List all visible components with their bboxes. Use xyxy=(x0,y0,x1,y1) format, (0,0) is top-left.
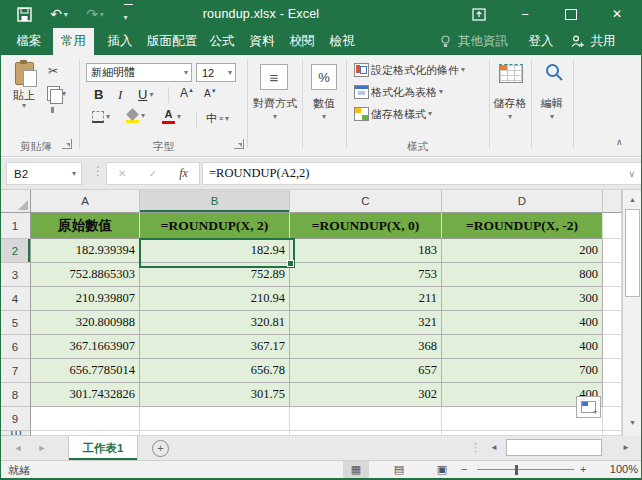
cell-styles-button[interactable]: 儲存格樣式▾ xyxy=(354,107,432,121)
row-header-9[interactable]: 9 xyxy=(0,407,31,431)
sign-in-button[interactable]: 登入 xyxy=(524,28,558,55)
number-format-icon[interactable]: % xyxy=(311,64,337,90)
tab-file[interactable]: 檔案 xyxy=(8,28,50,55)
cell-C5[interactable]: 321 xyxy=(290,311,442,335)
fill-color-button[interactable]: ▾ xyxy=(126,109,145,123)
quick-analysis-button[interactable]: + xyxy=(576,396,601,418)
tab-splitter-dots-icon[interactable]: ⋮ xyxy=(470,441,481,454)
cell-E8[interactable] xyxy=(603,383,622,407)
cell-A2[interactable]: 182.939394 xyxy=(31,239,140,263)
next-sheet-icon[interactable]: ► xyxy=(34,436,50,460)
cell-E3[interactable] xyxy=(603,263,622,287)
cell-A1[interactable]: 原始數值 xyxy=(31,213,140,239)
share-person-icon[interactable] xyxy=(570,28,586,55)
font-dialog-launcher[interactable] xyxy=(234,139,244,149)
cell-D2[interactable]: 200 xyxy=(442,239,603,263)
cell-D3[interactable]: 800 xyxy=(442,263,603,287)
expand-formula-bar-icon[interactable]: ∨ xyxy=(628,169,641,179)
cell-C6[interactable]: 368 xyxy=(290,335,442,359)
previous-sheet-icon[interactable]: ◄ xyxy=(10,436,26,460)
cell-A9[interactable] xyxy=(31,407,140,431)
zoom-in-button[interactable]: + xyxy=(580,463,586,475)
cells-group-button[interactable]: 儲存格 xyxy=(489,97,531,110)
cell-B7[interactable]: 656.78 xyxy=(140,359,290,383)
tab-formulas[interactable]: 公式 xyxy=(205,28,239,55)
cell-E9[interactable] xyxy=(603,407,622,431)
font-size-select[interactable]: 12 ▾ xyxy=(196,63,236,82)
cell-A6[interactable]: 367.1663907 xyxy=(31,335,140,359)
alignment-group-button[interactable]: 對齊方式 xyxy=(248,97,302,110)
tell-me-label[interactable]: 其他資訊 xyxy=(452,28,514,55)
resize-dots-icon[interactable]: ⋮ xyxy=(92,164,104,178)
cell-E7[interactable] xyxy=(603,359,622,383)
italic-button[interactable]: I xyxy=(118,87,122,103)
vertical-scrollbar-thumb[interactable] xyxy=(625,209,640,297)
cell-D5[interactable]: 400 xyxy=(442,311,603,335)
cell-B3[interactable]: 752.89 xyxy=(140,263,290,287)
find-select-magnifier-icon[interactable] xyxy=(540,62,568,83)
paste-button[interactable]: 貼上 ▾ xyxy=(6,62,42,110)
minimize-button[interactable]: − xyxy=(514,0,536,28)
cell-A3[interactable]: 752.8865303 xyxy=(31,263,140,287)
cell-B2[interactable]: 182.94 xyxy=(140,239,290,263)
font-color-button[interactable]: A ▾ xyxy=(162,109,181,124)
column-header-D[interactable]: D xyxy=(442,190,603,213)
row-header-8[interactable]: 8 xyxy=(0,383,31,407)
editing-group-button[interactable]: 編輯 xyxy=(531,97,573,110)
tab-home[interactable]: 常用 xyxy=(53,28,94,55)
hscroll-right-icon[interactable]: ► xyxy=(618,436,634,460)
tab-review[interactable]: 校閱 xyxy=(285,28,319,55)
column-header-partial[interactable] xyxy=(603,190,622,213)
view-normal-button[interactable]: ▦ xyxy=(343,461,369,478)
cell-B8[interactable]: 301.75 xyxy=(140,383,290,407)
cell-D4[interactable]: 300 xyxy=(442,287,603,311)
name-box[interactable]: B2 ▾ xyxy=(6,162,82,185)
phonetic-guide-button[interactable]: 中≡ ▾ xyxy=(206,111,229,126)
zoom-slider-track[interactable] xyxy=(477,469,574,470)
shrink-font-button[interactable]: A▼ xyxy=(204,88,217,99)
column-header-C[interactable]: C xyxy=(290,190,442,213)
grow-font-button[interactable]: A▲ xyxy=(180,86,194,100)
hscroll-left-icon[interactable]: ◄ xyxy=(486,436,502,460)
cell-C9[interactable] xyxy=(290,407,442,431)
share-button[interactable]: 共用 xyxy=(586,28,620,55)
column-header-B[interactable]: B xyxy=(140,190,290,213)
borders-button[interactable]: ▾ xyxy=(92,111,110,123)
fill-handle[interactable] xyxy=(287,260,294,267)
cell-C1[interactable]: =ROUNDUP(X, 0) xyxy=(290,213,442,239)
new-sheet-button[interactable]: + xyxy=(152,440,169,457)
row-header-4[interactable]: 4 xyxy=(0,287,31,311)
cell-B6[interactable]: 367.17 xyxy=(140,335,290,359)
spreadsheet-grid[interactable]: ABCD1原始數值=ROUNDUP(X, 2)=ROUNDUP(X, 0)=RO… xyxy=(0,190,622,436)
alignment-icon[interactable]: ≡ xyxy=(260,64,288,90)
zoom-slider-handle[interactable] xyxy=(515,465,518,475)
cell-A4[interactable]: 210.939807 xyxy=(31,287,140,311)
cell-E4[interactable] xyxy=(603,287,622,311)
cancel-entry-icon[interactable]: ✕ xyxy=(118,168,126,179)
row-header-3[interactable]: 3 xyxy=(0,263,31,287)
cell-C4[interactable]: 211 xyxy=(290,287,442,311)
cell-C2[interactable]: 183 xyxy=(290,239,442,263)
cell-E5[interactable] xyxy=(603,311,622,335)
cells-icon[interactable] xyxy=(497,64,525,83)
sheet-tab-active[interactable]: 工作表1 xyxy=(68,436,138,460)
format-as-table-button[interactable]: 格式化為表格▾ xyxy=(354,85,443,99)
cell-E6[interactable] xyxy=(603,335,622,359)
zoom-out-button[interactable]: − xyxy=(461,463,467,475)
cell-C7[interactable]: 657 xyxy=(290,359,442,383)
select-all-corner[interactable] xyxy=(0,190,31,213)
cut-button[interactable]: ✂ xyxy=(48,64,58,78)
cell-B9[interactable] xyxy=(140,407,290,431)
view-page-break-button[interactable]: ▣ xyxy=(429,461,455,478)
formula-input[interactable]: =ROUNDUP(A2,2) ∨ xyxy=(202,162,642,185)
cell-C8[interactable]: 302 xyxy=(290,383,442,407)
cell-D7[interactable]: 700 xyxy=(442,359,603,383)
cell-D1[interactable]: =ROUNDUP(X, -2) xyxy=(442,213,603,239)
ribbon-display-options-icon[interactable] xyxy=(468,0,490,28)
cell-E1[interactable] xyxy=(603,213,622,239)
cell-D6[interactable]: 400 xyxy=(442,335,603,359)
view-page-layout-button[interactable]: ▤ xyxy=(386,461,412,478)
number-group-button[interactable]: 數值 xyxy=(302,97,346,110)
row-header-2[interactable]: 2 xyxy=(0,239,31,263)
row-header-1[interactable]: 1 xyxy=(0,213,31,239)
